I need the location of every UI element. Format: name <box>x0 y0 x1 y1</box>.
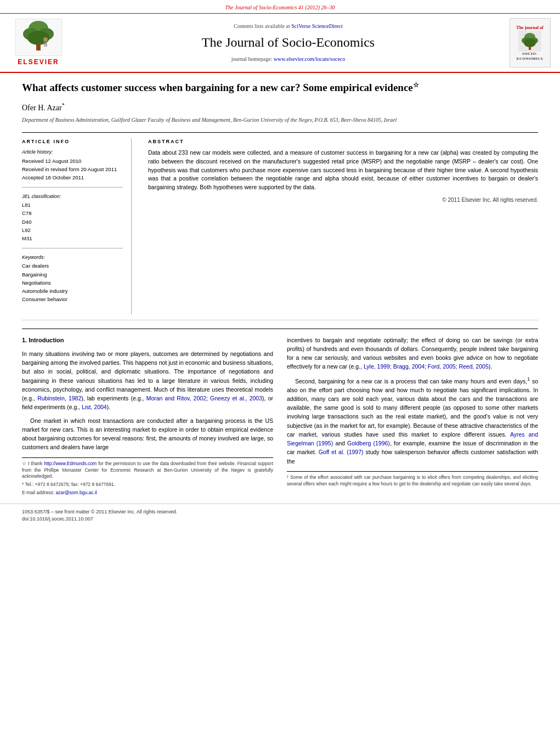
contact-footnote: * Tel.: +972 8 6472675; fax: +972 8 6477… <box>22 482 273 488</box>
keyword-1: Car dealers <box>22 262 123 269</box>
logo-bottom-mid: SOCIO- ECONOMICS <box>517 52 543 61</box>
history-label: Article history: <box>22 149 123 156</box>
body-para-1: In many situations involving two or more… <box>22 349 273 412</box>
svg-point-12 <box>524 38 536 47</box>
contents-text: Contents lists available at <box>234 23 290 29</box>
logo-tree-icon <box>518 31 541 52</box>
star-footnote: ☆ I thank http://www.Edmunds.com for the… <box>22 461 273 480</box>
intro-heading: 1. Introduction <box>22 336 273 345</box>
body-section: 1. Introduction In many situations invol… <box>22 329 538 498</box>
abstract-heading: ABSTRACT <box>148 138 538 145</box>
jel-l81: L81 <box>22 201 123 208</box>
article-content: What affects customer success when barga… <box>0 73 560 498</box>
elsevier-tree-icon <box>15 19 62 56</box>
jel-d40: D40 <box>22 218 123 225</box>
revised-text: Received in revised form 20 August 2011 <box>22 166 123 173</box>
ref-list[interactable]: List, 2004 <box>82 404 107 410</box>
and-text: and <box>450 413 460 420</box>
body-para-4: Second, bargaining for a new car is a pr… <box>287 376 538 466</box>
journal-main-title: The Journal of Socio-Economics <box>202 33 375 52</box>
article-title-text: What affects customer success when barga… <box>22 82 413 94</box>
body-para-3: incentives to bargain and negotiate opti… <box>287 336 538 371</box>
svg-rect-5 <box>36 44 41 50</box>
svg-rect-7 <box>44 42 47 47</box>
journal-logo-right: The journal of SOCIO- ECONOMICS <box>505 18 555 67</box>
author-name: Ofer H. Azar <box>22 104 62 112</box>
homepage-link[interactable]: www.elsevier.com/locate/soceco <box>274 56 345 62</box>
ref-ayres[interactable]: Ayres and Siegelman (1995) <box>287 431 538 446</box>
footnote-section-left: ☆ I thank http://www.Edmunds.com for the… <box>22 457 273 496</box>
elsevier-logo-container: ELSEVIER <box>5 18 71 67</box>
sciverse-link[interactable]: Contents lists available at SciVerse Sci… <box>234 22 343 30</box>
journal-header-center: Contents lists available at SciVerse Sci… <box>77 18 500 67</box>
article-title: What affects customer success when barga… <box>22 81 538 95</box>
top-bar: The Journal of Socio-Economics 41 (2012)… <box>0 0 560 14</box>
elsevier-brand-text: ELSEVIER <box>18 58 59 67</box>
footer-issn: 1053-5357/$ – see front matter © 2011 El… <box>22 508 538 516</box>
copyright-line: © 2011 Elsevier Inc. All rights reserved… <box>148 196 538 204</box>
body-para-2: One market in which most transactions ar… <box>22 416 273 452</box>
svg-point-6 <box>43 37 48 42</box>
footnote1-text: ¹ Some of the effort associated with car… <box>287 474 538 488</box>
received-text: Received 12 August 2010 <box>22 157 123 165</box>
journal-logo-box: The journal of SOCIO- ECONOMICS <box>510 18 551 67</box>
footnote-section-right: ¹ Some of the effort associated with car… <box>287 471 538 488</box>
svg-rect-13 <box>529 46 531 50</box>
abstract-text: Data about 233 new car models were colle… <box>148 149 538 192</box>
ref-goff[interactable]: Goff et al. (1997) <box>319 449 364 455</box>
ref-lyle[interactable]: Lyle, 1999; Bragg, 2004; Ford, 2005; Ree… <box>364 363 489 370</box>
sciverse-anchor[interactable]: SciVerse ScienceDirect <box>291 23 343 29</box>
journal-title-top: The Journal of Socio-Economics 41 (2012)… <box>225 4 335 10</box>
edmunds-link[interactable]: http://www.Edmunds.com <box>44 461 97 466</box>
info-section: ARTICLE INFO Article history: Received 1… <box>22 132 538 320</box>
jel-m31: M31 <box>22 235 123 242</box>
ref-rubinstein[interactable]: Rubinstein, 1982 <box>37 395 81 401</box>
article-info-heading: ARTICLE INFO <box>22 138 123 145</box>
body-col-right: incentives to bargain and negotiate opti… <box>287 336 538 498</box>
email-footnote: E-mail address: azar@som.bgu.ac.il <box>22 490 273 496</box>
homepage-label: journal homepage: <box>231 56 273 62</box>
ref-goldberg[interactable]: Goldberg (1996) <box>347 440 390 446</box>
elsevier-logo: ELSEVIER <box>15 19 62 67</box>
body-col-left: 1. Introduction In many situations invol… <box>22 336 273 498</box>
author-affiliation: Department of Business Administration, G… <box>22 116 538 124</box>
author-line: Ofer H. Azar* <box>22 101 538 113</box>
email-link[interactable]: azar@som.bgu.ac.il <box>55 490 97 495</box>
abstract-col: ABSTRACT Data about 233 new car models w… <box>143 138 538 314</box>
author-star: * <box>62 102 65 108</box>
keyword-5: Consumer behavior <box>22 296 123 303</box>
page-footer: 1053-5357/$ – see front matter © 2011 El… <box>0 504 560 527</box>
jel-label: JEL classification: <box>22 193 123 200</box>
footer-doi: doi:10.1016/j.socec.2011.10.007 <box>22 516 538 523</box>
history-block: Article history: Received 12 August 2010… <box>22 149 123 187</box>
keyword-2: Bargaining <box>22 271 123 278</box>
article-info-col: ARTICLE INFO Article history: Received 1… <box>22 138 132 314</box>
journal-homepage: journal homepage: www.elsevier.com/locat… <box>231 55 346 63</box>
title-star: ☆ <box>413 81 419 89</box>
keywords-label: Keywords: <box>22 254 123 261</box>
jel-c78: C78 <box>22 210 123 217</box>
ref-moran[interactable]: Moran and Ritov, 2002; Gneezy et al., 20… <box>146 395 262 401</box>
footnote1-ref: 1 <box>527 376 530 382</box>
keywords-block: Keywords: Car dealers Bargaining Negotia… <box>22 254 123 309</box>
keyword-3: Negotiations <box>22 279 123 286</box>
header-section: ELSEVIER Contents lists available at Sci… <box>0 14 560 73</box>
accepted-text: Accepted 18 October 2011 <box>22 174 123 181</box>
jel-l92: L92 <box>22 227 123 234</box>
keyword-4: Automobile industry <box>22 287 123 295</box>
logo-top-text: The journal of <box>516 25 543 31</box>
jel-block: JEL classification: L81 C78 D40 L92 M31 <box>22 193 123 248</box>
